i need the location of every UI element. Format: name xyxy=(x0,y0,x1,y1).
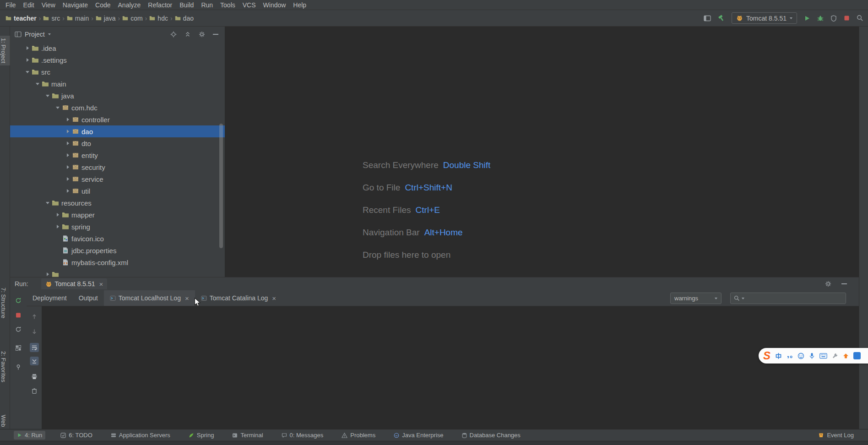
breadcrumb-item-teacher[interactable]: teacher xyxy=(5,15,38,22)
search-everywhere-button[interactable] xyxy=(857,15,863,22)
chevron-expanded-icon[interactable] xyxy=(43,95,52,97)
chevron-collapsed-icon[interactable] xyxy=(23,46,32,50)
breadcrumb-item-com[interactable]: com xyxy=(121,15,143,22)
ime-language-toggle[interactable] xyxy=(775,353,782,359)
tree-item-favicon-ico[interactable]: favicon.ico xyxy=(10,233,225,244)
chevron-collapsed-icon[interactable] xyxy=(23,58,32,62)
tree-item-com-hdc[interactable]: com.hdc xyxy=(10,102,225,114)
tree-item-partial[interactable] xyxy=(10,268,225,277)
ime-mic-icon[interactable] xyxy=(809,353,815,359)
statusbar-item-spring[interactable]: Spring xyxy=(185,431,217,440)
project-panel-title[interactable]: Project xyxy=(25,31,45,38)
ime-up-arrow-icon[interactable] xyxy=(843,353,849,359)
menu-run[interactable]: Run xyxy=(197,1,217,9)
settings-gear-icon[interactable] xyxy=(825,281,831,287)
coverage-button[interactable] xyxy=(830,15,837,22)
close-icon[interactable]: × xyxy=(185,295,189,302)
run-tab-deployment[interactable]: Deployment xyxy=(27,290,73,306)
tree-item-controller[interactable]: controller xyxy=(10,114,225,125)
chevron-down-icon[interactable] xyxy=(742,298,744,299)
scroll-to-end-icon[interactable] xyxy=(30,357,38,365)
statusbar-item-terminal[interactable]: Terminal xyxy=(229,431,266,440)
chevron-collapsed-icon[interactable] xyxy=(64,189,72,193)
chevron-collapsed-icon[interactable] xyxy=(64,130,72,133)
settings-gear-icon[interactable] xyxy=(199,31,205,38)
chevron-collapsed-icon[interactable] xyxy=(64,141,72,145)
tree-item-service[interactable]: service xyxy=(10,173,225,185)
run-button[interactable] xyxy=(804,15,810,22)
tree-item-main[interactable]: main xyxy=(10,78,225,90)
tree-item-dto[interactable]: dto xyxy=(10,137,225,149)
soft-wrap-icon[interactable] xyxy=(30,343,39,352)
ime-emoji-icon[interactable] xyxy=(797,353,804,359)
run-session-tab[interactable]: Tomcat 8.5.51 × xyxy=(41,278,108,289)
stop-button[interactable] xyxy=(844,15,850,21)
menu-code[interactable]: Code xyxy=(92,1,114,9)
tree-item-idea[interactable]: .idea xyxy=(10,42,225,54)
menu-build[interactable]: Build xyxy=(176,1,197,9)
tree-item-src[interactable]: src xyxy=(10,66,225,78)
toolwindow-button-2-favorites[interactable]: 2: Favorites xyxy=(0,349,10,385)
log-level-filter[interactable]: warnings xyxy=(670,293,722,304)
up-icon[interactable] xyxy=(30,313,38,321)
toolwindow-button-7-structure[interactable]: 7: Structure xyxy=(0,285,10,320)
tree-item-settings[interactable]: .settings xyxy=(10,54,225,66)
project-scrollbar-thumb[interactable] xyxy=(219,124,223,248)
breadcrumb-item-hdc[interactable]: hdc xyxy=(148,15,169,22)
restart-icon[interactable] xyxy=(14,325,23,334)
breadcrumb-item-main[interactable]: main xyxy=(66,15,90,22)
menu-window[interactable]: Window xyxy=(260,1,290,9)
chevron-collapsed-icon[interactable] xyxy=(54,225,62,228)
hide-icon[interactable] xyxy=(213,33,218,35)
chevron-collapsed-icon[interactable] xyxy=(64,177,72,181)
run-tab-output[interactable]: Output xyxy=(73,290,104,306)
tree-item-jdbc-properties[interactable]: jdbc.properties xyxy=(10,244,225,256)
search-input[interactable] xyxy=(746,295,842,302)
statusbar-item-0-messages[interactable]: 0: Messages xyxy=(278,431,327,440)
ime-keyboard-icon[interactable] xyxy=(819,353,827,359)
print-icon[interactable] xyxy=(30,372,39,381)
run-tab-tomcat-catalina-log[interactable]: Tomcat Catalina Log× xyxy=(195,290,282,306)
menu-refactor[interactable]: Refactor xyxy=(144,1,176,9)
menu-vcs[interactable]: VCS xyxy=(239,1,260,9)
layout-icon[interactable] xyxy=(14,343,23,353)
statusbar-item-application-servers[interactable]: Application Servers xyxy=(108,431,174,440)
tree-item-util[interactable]: util xyxy=(10,185,225,197)
ime-toolbox-icon[interactable] xyxy=(832,353,838,359)
debug-button[interactable] xyxy=(817,15,824,22)
chevron-expanded-icon[interactable] xyxy=(33,83,42,85)
down-icon[interactable] xyxy=(30,327,38,336)
menu-tools[interactable]: Tools xyxy=(217,1,239,9)
chevron-expanded-icon[interactable] xyxy=(23,71,32,73)
chevron-collapsed-icon[interactable] xyxy=(54,213,62,217)
statusbar-item-database-changes[interactable]: Database Changes xyxy=(459,431,524,440)
pin-icon[interactable] xyxy=(14,363,23,371)
tree-item-mybatis-config-xml[interactable]: mybatis-config.xml xyxy=(10,256,225,268)
chevron-collapsed-icon[interactable] xyxy=(43,272,52,276)
ime-clipped-icon[interactable] xyxy=(853,352,861,359)
statusbar-item-problems[interactable]: Problems xyxy=(338,431,379,440)
close-icon[interactable]: × xyxy=(272,295,276,302)
chevron-collapsed-icon[interactable] xyxy=(64,165,72,169)
console-output[interactable] xyxy=(42,306,859,429)
menu-analyze[interactable]: Analyze xyxy=(114,1,145,9)
tree-item-spring[interactable]: spring xyxy=(10,221,225,233)
chevron-down-icon[interactable] xyxy=(48,33,51,35)
statusbar-item-event-log[interactable]: Event Log xyxy=(815,431,857,440)
chevron-expanded-icon[interactable] xyxy=(54,107,62,109)
menu-navigate[interactable]: Navigate xyxy=(59,1,92,9)
locate-icon[interactable] xyxy=(170,31,177,38)
toolwindow-layout-icon[interactable] xyxy=(704,15,711,22)
collapse-all-icon[interactable] xyxy=(184,31,191,38)
run-config-select[interactable]: Tomcat 8.5.51 xyxy=(732,12,797,24)
tree-item-dao[interactable]: dao xyxy=(10,125,225,137)
breadcrumb-item-src[interactable]: src xyxy=(42,15,61,22)
sogou-logo-icon[interactable]: S xyxy=(763,350,770,361)
tree-item-mapper[interactable]: mapper xyxy=(10,209,225,221)
chevron-expanded-icon[interactable] xyxy=(43,202,52,204)
stop-icon[interactable] xyxy=(14,311,23,320)
run-tab-tomcat-localhost-log[interactable]: Tomcat Localhost Log× xyxy=(104,290,195,306)
ime-punctuation-icon[interactable] xyxy=(787,353,793,359)
breadcrumb-item-java[interactable]: java xyxy=(95,15,117,22)
statusbar-item-4-run[interactable]: 4: Run xyxy=(14,431,45,440)
